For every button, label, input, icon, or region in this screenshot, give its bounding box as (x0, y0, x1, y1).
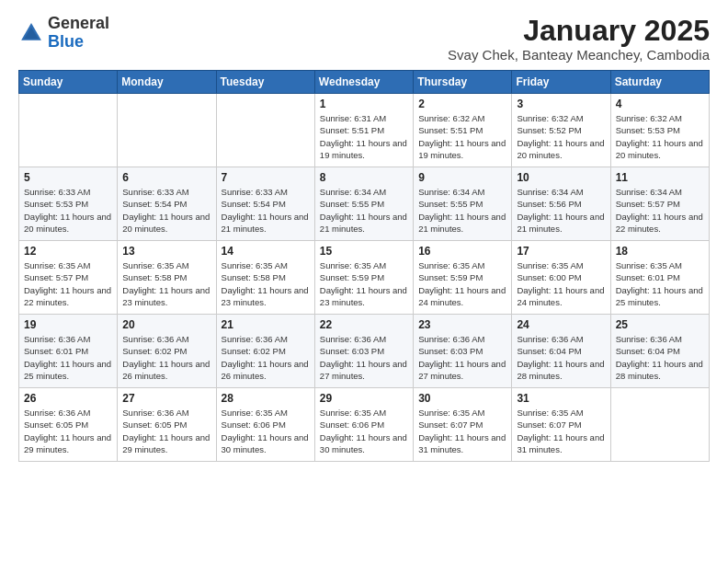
day-number: 10 (517, 171, 605, 184)
day-cell: 9Sunrise: 6:34 AM Sunset: 5:55 PM Daylig… (414, 167, 512, 241)
day-info: Sunrise: 6:35 AM Sunset: 5:57 PM Dayligh… (24, 259, 112, 308)
day-number: 19 (24, 318, 112, 331)
day-cell: 5Sunrise: 6:33 AM Sunset: 5:53 PM Daylig… (19, 167, 118, 241)
day-cell: 1Sunrise: 6:31 AM Sunset: 5:51 PM Daylig… (314, 94, 413, 167)
week-row-2: 5Sunrise: 6:33 AM Sunset: 5:53 PM Daylig… (19, 167, 710, 241)
day-cell (19, 94, 118, 167)
day-number: 5 (24, 171, 112, 184)
day-cell: 25Sunrise: 6:36 AM Sunset: 6:04 PM Dayli… (610, 315, 709, 388)
day-number: 24 (517, 318, 605, 331)
day-info: Sunrise: 6:32 AM Sunset: 5:52 PM Dayligh… (517, 112, 605, 161)
logo-blue-text: Blue (48, 32, 84, 51)
calendar-title: January 2025 (448, 15, 710, 47)
day-cell: 23Sunrise: 6:36 AM Sunset: 6:03 PM Dayli… (414, 315, 512, 388)
calendar-body: 1Sunrise: 6:31 AM Sunset: 5:51 PM Daylig… (19, 94, 710, 462)
title-block: January 2025 Svay Chek, Banteay Meanchey… (448, 15, 710, 63)
day-number: 21 (222, 318, 310, 331)
day-info: Sunrise: 6:36 AM Sunset: 6:03 PM Dayligh… (418, 333, 506, 382)
day-cell: 18Sunrise: 6:35 AM Sunset: 6:01 PM Dayli… (610, 241, 709, 315)
day-info: Sunrise: 6:35 AM Sunset: 6:07 PM Dayligh… (517, 407, 605, 455)
day-info: Sunrise: 6:35 AM Sunset: 5:59 PM Dayligh… (418, 259, 506, 308)
day-number: 13 (122, 245, 210, 258)
day-info: Sunrise: 6:35 AM Sunset: 5:59 PM Dayligh… (320, 259, 408, 308)
day-info: Sunrise: 6:34 AM Sunset: 5:55 PM Dayligh… (418, 186, 506, 235)
day-info: Sunrise: 6:33 AM Sunset: 5:53 PM Dayligh… (24, 186, 112, 235)
day-cell: 2Sunrise: 6:32 AM Sunset: 5:51 PM Daylig… (414, 94, 512, 167)
day-number: 15 (320, 245, 408, 258)
day-cell: 17Sunrise: 6:35 AM Sunset: 6:00 PM Dayli… (512, 241, 610, 315)
day-info: Sunrise: 6:35 AM Sunset: 6:07 PM Dayligh… (418, 407, 506, 455)
day-number: 9 (418, 171, 506, 184)
week-row-5: 26Sunrise: 6:36 AM Sunset: 6:05 PM Dayli… (19, 388, 710, 462)
day-info: Sunrise: 6:32 AM Sunset: 5:51 PM Dayligh… (418, 112, 506, 161)
day-cell (216, 94, 314, 167)
day-cell (610, 388, 709, 462)
day-header-saturday: Saturday (610, 71, 709, 94)
week-row-3: 12Sunrise: 6:35 AM Sunset: 5:57 PM Dayli… (19, 241, 710, 315)
day-number: 6 (122, 171, 210, 184)
day-cell: 11Sunrise: 6:34 AM Sunset: 5:57 PM Dayli… (610, 167, 709, 241)
day-info: Sunrise: 6:36 AM Sunset: 6:01 PM Dayligh… (24, 333, 112, 382)
day-cell: 14Sunrise: 6:35 AM Sunset: 5:58 PM Dayli… (216, 241, 314, 315)
day-info: Sunrise: 6:35 AM Sunset: 5:58 PM Dayligh… (122, 259, 210, 308)
day-cell: 21Sunrise: 6:36 AM Sunset: 6:02 PM Dayli… (216, 315, 314, 388)
day-cell: 10Sunrise: 6:34 AM Sunset: 5:56 PM Dayli… (512, 167, 610, 241)
day-number: 26 (24, 392, 112, 405)
calendar-subtitle: Svay Chek, Banteay Meanchey, Cambodia (448, 47, 710, 63)
day-number: 14 (222, 245, 310, 258)
day-cell: 30Sunrise: 6:35 AM Sunset: 6:07 PM Dayli… (414, 388, 512, 462)
day-header-monday: Monday (118, 71, 216, 94)
day-cell: 20Sunrise: 6:36 AM Sunset: 6:02 PM Dayli… (118, 315, 216, 388)
day-number: 16 (418, 245, 506, 258)
day-cell: 4Sunrise: 6:32 AM Sunset: 5:53 PM Daylig… (610, 94, 709, 167)
day-cell: 12Sunrise: 6:35 AM Sunset: 5:57 PM Dayli… (19, 241, 118, 315)
day-number: 20 (122, 318, 210, 331)
day-cell: 26Sunrise: 6:36 AM Sunset: 6:05 PM Dayli… (19, 388, 118, 462)
day-cell: 24Sunrise: 6:36 AM Sunset: 6:04 PM Dayli… (512, 315, 610, 388)
day-header-wednesday: Wednesday (314, 71, 413, 94)
day-info: Sunrise: 6:36 AM Sunset: 6:04 PM Dayligh… (616, 333, 704, 382)
day-info: Sunrise: 6:33 AM Sunset: 5:54 PM Dayligh… (222, 186, 310, 235)
day-number: 1 (320, 98, 408, 110)
day-number: 8 (320, 171, 408, 184)
day-cell (118, 94, 216, 167)
day-info: Sunrise: 6:36 AM Sunset: 6:04 PM Dayligh… (517, 333, 605, 382)
day-info: Sunrise: 6:34 AM Sunset: 5:56 PM Dayligh… (517, 186, 605, 235)
day-number: 29 (320, 392, 408, 405)
day-cell: 22Sunrise: 6:36 AM Sunset: 6:03 PM Dayli… (314, 315, 413, 388)
day-info: Sunrise: 6:31 AM Sunset: 5:51 PM Dayligh… (320, 112, 408, 161)
day-info: Sunrise: 6:35 AM Sunset: 6:06 PM Dayligh… (320, 407, 408, 455)
week-row-4: 19Sunrise: 6:36 AM Sunset: 6:01 PM Dayli… (19, 315, 710, 388)
day-info: Sunrise: 6:34 AM Sunset: 5:55 PM Dayligh… (320, 186, 408, 235)
day-number: 12 (24, 245, 112, 258)
day-info: Sunrise: 6:32 AM Sunset: 5:53 PM Dayligh… (616, 112, 704, 161)
day-info: Sunrise: 6:35 AM Sunset: 6:00 PM Dayligh… (517, 259, 605, 308)
calendar-table: SundayMondayTuesdayWednesdayThursdayFrid… (18, 70, 710, 462)
day-info: Sunrise: 6:36 AM Sunset: 6:05 PM Dayligh… (24, 407, 112, 455)
day-number: 17 (517, 245, 605, 258)
day-cell: 13Sunrise: 6:35 AM Sunset: 5:58 PM Dayli… (118, 241, 216, 315)
day-cell: 3Sunrise: 6:32 AM Sunset: 5:52 PM Daylig… (512, 94, 610, 167)
day-info: Sunrise: 6:36 AM Sunset: 6:02 PM Dayligh… (222, 333, 310, 382)
day-info: Sunrise: 6:35 AM Sunset: 5:58 PM Dayligh… (222, 259, 310, 308)
day-cell: 31Sunrise: 6:35 AM Sunset: 6:07 PM Dayli… (512, 388, 610, 462)
day-cell: 29Sunrise: 6:35 AM Sunset: 6:06 PM Dayli… (314, 388, 413, 462)
day-header-row: SundayMondayTuesdayWednesdayThursdayFrid… (19, 71, 710, 94)
day-cell: 8Sunrise: 6:34 AM Sunset: 5:55 PM Daylig… (314, 167, 413, 241)
day-header-thursday: Thursday (414, 71, 512, 94)
logo-general-text: General (48, 14, 109, 32)
logo-icon (18, 20, 44, 46)
calendar-header: SundayMondayTuesdayWednesdayThursdayFrid… (19, 71, 710, 94)
day-info: Sunrise: 6:36 AM Sunset: 6:05 PM Dayligh… (122, 407, 210, 455)
day-info: Sunrise: 6:36 AM Sunset: 6:02 PM Dayligh… (122, 333, 210, 382)
day-number: 3 (517, 98, 605, 110)
day-cell: 28Sunrise: 6:35 AM Sunset: 6:06 PM Dayli… (216, 388, 314, 462)
header: General Blue January 2025 Svay Chek, Ban… (18, 15, 710, 63)
day-cell: 27Sunrise: 6:36 AM Sunset: 6:05 PM Dayli… (118, 388, 216, 462)
day-number: 31 (517, 392, 605, 405)
day-number: 2 (418, 98, 506, 110)
day-number: 30 (418, 392, 506, 405)
day-header-friday: Friday (512, 71, 610, 94)
day-cell: 16Sunrise: 6:35 AM Sunset: 5:59 PM Dayli… (414, 241, 512, 315)
day-number: 23 (418, 318, 506, 331)
